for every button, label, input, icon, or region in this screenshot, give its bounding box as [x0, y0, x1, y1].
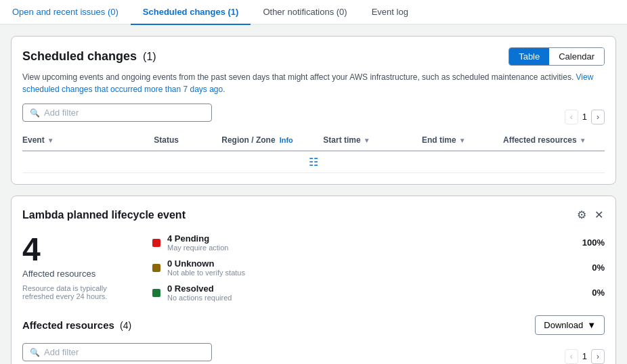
- view-toggle: Table Calendar: [509, 47, 605, 66]
- next-page-btn[interactable]: ›: [591, 110, 605, 124]
- th-end: End time ▼: [422, 135, 503, 145]
- filter-input-resources[interactable]: [44, 347, 204, 357]
- next-resource-btn[interactable]: ›: [591, 349, 605, 364]
- filter-bar-resources[interactable]: 🔍: [22, 343, 212, 361]
- status-pct-unknown: 0%: [578, 263, 605, 273]
- table-toggle-btn[interactable]: Table: [509, 48, 549, 65]
- filter-pagination-row: 🔍 ‹ 1 ›: [22, 343, 605, 364]
- th-start: Start time ▼: [323, 135, 422, 145]
- sort-icon-end: ▼: [459, 137, 466, 144]
- search-icon: 🔍: [30, 108, 40, 118]
- refresh-note: Resource data is typically refreshed eve…: [22, 284, 131, 300]
- expand-row[interactable]: ☷: [22, 152, 605, 173]
- sort-icon-event: ▼: [47, 137, 54, 144]
- status-main-unknown: 0 Unknown: [167, 258, 245, 269]
- status-info-unknown: 0 Unknown Not able to verify status: [167, 258, 245, 277]
- description-text: View upcoming events and ongoing events …: [22, 71, 605, 95]
- stats-container: 4 Affected resources Resource data is ty…: [22, 233, 605, 302]
- filter-input-top[interactable]: [44, 108, 204, 118]
- lifecycle-icons: ⚙ ✕: [576, 207, 605, 223]
- calendar-toggle-btn[interactable]: Calendar: [549, 48, 604, 65]
- search-icon-resources: 🔍: [30, 348, 40, 357]
- status-sub-resolved: No actions required: [167, 294, 232, 302]
- sort-icon-start: ▼: [364, 137, 370, 144]
- status-info-pending: 4 Pending May require action: [167, 233, 229, 252]
- sort-icon-affected: ▼: [580, 137, 586, 144]
- status-main-pending: 4 Pending: [167, 233, 229, 244]
- lifecycle-panel: Lambda planned lifecycle event ⚙ ✕ 4 Aff…: [11, 196, 616, 364]
- pagination-resources: ‹ 1 ›: [565, 349, 605, 364]
- big-number-block: 4 Affected resources Resource data is ty…: [22, 233, 131, 300]
- tabs-bar: Open and recent issues (0) Scheduled cha…: [0, 0, 627, 25]
- status-list: 4 Pending May require action 100% 0 Unkn…: [152, 233, 605, 302]
- info-label: Info: [280, 136, 293, 144]
- section-header: Scheduled changes (1) Table Calendar: [22, 47, 605, 66]
- table-header-row: Event ▼ Status Region / Zone Info Start …: [22, 130, 605, 152]
- lifecycle-title: Lambda planned lifecycle event: [22, 209, 186, 221]
- download-btn[interactable]: Download ▼: [535, 315, 605, 335]
- prev-resource-btn[interactable]: ‹: [565, 349, 578, 364]
- section-title: Scheduled changes (1): [22, 49, 156, 64]
- affected-title: Affected resources (4): [22, 319, 131, 331]
- status-sub-unknown: Not able to verify status: [167, 269, 245, 277]
- filter-bar-top[interactable]: 🔍: [22, 104, 212, 122]
- th-affected: Affected resources ▼: [503, 135, 605, 145]
- status-sub-pending: May require action: [167, 244, 229, 252]
- dot-pending: [152, 239, 160, 247]
- expand-icon[interactable]: ☷: [309, 156, 318, 168]
- status-item-unknown: 0 Unknown Not able to verify status 0%: [152, 258, 605, 277]
- settings-icon-btn[interactable]: ⚙: [576, 207, 588, 223]
- status-pct-resolved: 0%: [578, 288, 605, 298]
- status-pct-pending: 100%: [578, 237, 605, 248]
- status-main-resolved: 0 Resolved: [167, 283, 232, 294]
- status-item-pending: 4 Pending May require action 100%: [152, 233, 605, 252]
- dot-unknown: [152, 264, 160, 272]
- th-region: Region / Zone Info: [221, 135, 323, 145]
- dot-resolved: [152, 289, 160, 297]
- top-filter-row: 🔍 ‹ 1 ›: [22, 104, 605, 130]
- tab-open[interactable]: Open and recent issues (0): [0, 0, 131, 25]
- tab-other[interactable]: Other notifications (0): [251, 0, 359, 25]
- main-content: Scheduled changes (1) Table Calendar Vie…: [0, 25, 627, 364]
- big-number: 4: [22, 233, 131, 266]
- prev-page-btn[interactable]: ‹: [565, 110, 578, 124]
- page-number: 1: [582, 112, 587, 122]
- affected-label: Affected resources: [22, 269, 131, 279]
- tab-eventlog[interactable]: Event log: [360, 0, 420, 25]
- affected-resources-section: Affected resources (4) Download ▼ 🔍 ‹ 1 …: [22, 315, 605, 364]
- chevron-down-icon: ▼: [587, 320, 596, 330]
- scheduled-changes-card: Scheduled changes (1) Table Calendar Vie…: [11, 36, 616, 185]
- status-info-resolved: 0 Resolved No actions required: [167, 283, 232, 302]
- lifecycle-header: Lambda planned lifecycle event ⚙ ✕: [22, 207, 605, 223]
- pagination-top: ‹ 1 ›: [565, 110, 605, 124]
- tab-scheduled[interactable]: Scheduled changes (1): [131, 0, 251, 25]
- close-icon-btn[interactable]: ✕: [593, 207, 605, 223]
- th-status: Status: [154, 135, 221, 145]
- resource-page-number: 1: [582, 351, 587, 361]
- affected-header: Affected resources (4) Download ▼: [22, 315, 605, 335]
- status-item-resolved: 0 Resolved No actions required 0%: [152, 283, 605, 302]
- th-event: Event ▼: [22, 135, 154, 145]
